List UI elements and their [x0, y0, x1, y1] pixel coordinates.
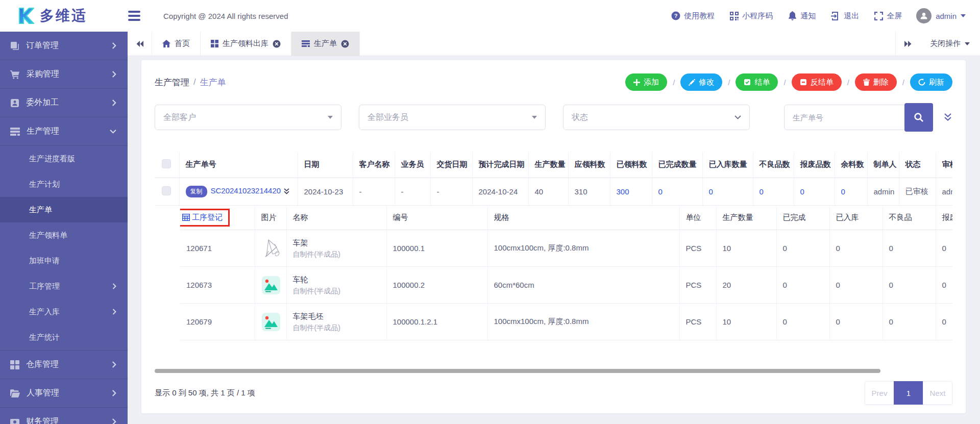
list-rows-icon: [10, 128, 20, 136]
prev-page-button[interactable]: Prev: [865, 381, 894, 405]
subtable-row: 120679: [180, 304, 952, 340]
folder-open-icon: [10, 389, 20, 397]
copy-badge[interactable]: 复制: [186, 186, 207, 197]
chevron-down-icon: [110, 129, 116, 134]
grid-icon: [211, 40, 218, 47]
defective-qty-link[interactable]: 0: [753, 178, 794, 205]
sidebar-item-finance-mgmt[interactable]: 财务管理: [0, 408, 128, 424]
search-button[interactable]: [904, 103, 933, 132]
chevron-right-icon: [112, 361, 116, 368]
chevron-right-icon: [112, 309, 116, 315]
image-placeholder-icon[interactable]: [261, 312, 280, 332]
fullscreen-link[interactable]: 全屏: [874, 11, 902, 21]
qrcode-icon: [730, 12, 739, 20]
logo-text: 多维适: [40, 6, 87, 26]
add-button[interactable]: 添加: [625, 73, 667, 91]
caret-down-icon: [532, 116, 537, 119]
refresh-button[interactable]: 刷新: [910, 73, 952, 91]
order-no-input[interactable]: [784, 105, 906, 130]
cart-icon: [10, 70, 20, 79]
process-register-link[interactable]: 工序登记: [182, 213, 223, 222]
chevron-right-icon: [112, 418, 116, 424]
reverse-close-order-button[interactable]: 反结单: [792, 73, 842, 91]
chevron-down-icon: [734, 115, 741, 119]
menu-toggle-button[interactable]: [127, 10, 142, 22]
close-tab-icon[interactable]: [341, 40, 349, 48]
money-icon: [10, 417, 19, 424]
table-footer: 显示 0 到 50 项, 共 1 页 / 1 项 Prev 1 Next: [155, 381, 952, 405]
top-header: 多维适 Copyright @ 2024 All rights reserved…: [0, 0, 980, 32]
sidebar-item-production-mgmt[interactable]: 生产管理: [0, 117, 128, 146]
chevron-down-icon: [965, 42, 970, 45]
chevron-right-icon: [112, 390, 116, 396]
breadcrumb-current: 生产单: [200, 77, 226, 88]
table-header-row: 生产单号 日期 客户名称 业务员 交货日期 预计完成日期 生产数量 应领料数 已…: [155, 152, 952, 178]
status-select[interactable]: 状态: [563, 105, 750, 130]
expand-row-icon[interactable]: [283, 188, 290, 194]
product-image-sketch[interactable]: [261, 237, 280, 260]
sidebar-item-production-instock[interactable]: 生产入库: [0, 299, 128, 325]
sidebar-item-purchase-mgmt[interactable]: 采购管理: [0, 60, 128, 89]
grid-icon: [10, 360, 19, 369]
sidebar-item-order-mgmt[interactable]: 订单管理: [0, 32, 128, 60]
horizontal-scrollbar-track: [155, 369, 952, 373]
scrapped-qty-link[interactable]: 0: [794, 178, 835, 205]
page-1-button[interactable]: 1: [894, 381, 923, 405]
row-checkbox[interactable]: [162, 186, 171, 195]
breadcrumb: 生产管理 / 生产单: [155, 77, 226, 88]
list-rows-icon: [302, 40, 310, 47]
tabs-scroll-left-button[interactable]: [128, 32, 152, 56]
collapse-filters-button[interactable]: [943, 113, 952, 121]
tab-material-outbound[interactable]: 生产领料出库: [201, 32, 291, 56]
caret-down-icon: [328, 116, 333, 119]
chevron-right-icon: [112, 71, 116, 78]
chevron-right-icon: [112, 99, 116, 106]
sidebar-item-production-plan[interactable]: 生产计划: [0, 171, 128, 197]
pagination: Prev 1 Next: [865, 381, 952, 405]
miniprogram-link[interactable]: 小程序码: [730, 11, 773, 21]
order-no-link[interactable]: SC20241023214420: [211, 186, 281, 195]
sidebar-item-material-requisition[interactable]: 生产领料单: [0, 222, 128, 248]
salesman-select[interactable]: 全部业务员: [359, 105, 546, 130]
sidebar-item-hr-mgmt[interactable]: 人事管理: [0, 379, 128, 408]
sidebar-item-outsourcing[interactable]: 委外加工: [0, 89, 128, 117]
stored-qty-link[interactable]: 0: [702, 178, 753, 205]
sidebar-item-overtime-application[interactable]: 加班申请: [0, 248, 128, 273]
logout-link[interactable]: 退出: [831, 11, 859, 21]
sidebar-item-production-stats[interactable]: 生产统计: [0, 325, 128, 350]
tab-bar: 首页 生产领料出库 生产单: [128, 32, 980, 56]
logo-k-icon: [15, 7, 36, 25]
app-logo[interactable]: 多维适: [0, 6, 118, 26]
sidebar: 订单管理 采购管理 委外加工: [0, 32, 128, 424]
completed-qty-link[interactable]: 0: [652, 178, 702, 205]
close-order-button[interactable]: 结单: [736, 73, 778, 91]
tab-production-order[interactable]: 生产单: [291, 32, 360, 56]
sidebar-item-production-board[interactable]: 生产进度看版: [0, 146, 128, 171]
image-placeholder-icon[interactable]: [261, 276, 280, 295]
customer-select[interactable]: 全部客户: [155, 105, 341, 130]
next-page-button[interactable]: Next: [923, 381, 952, 405]
user-menu[interactable]: admin: [916, 8, 966, 23]
sidebar-item-warehouse-mgmt[interactable]: 仓库管理: [0, 351, 128, 379]
surplus-qty-link[interactable]: 0: [835, 178, 867, 205]
breadcrumb-parent[interactable]: 生产管理: [155, 77, 189, 88]
filter-bar: 全部客户 全部业务员 状态: [155, 103, 952, 132]
sidebar-item-process-mgmt[interactable]: 工序管理: [0, 273, 128, 299]
tabbar-spacer: [360, 32, 895, 56]
close-operations-dropdown[interactable]: 关闭操作: [920, 32, 980, 56]
select-all-checkbox[interactable]: [162, 159, 171, 168]
delete-button[interactable]: 删除: [855, 73, 897, 91]
orders-table-wrap: 生产单号 日期 客户名称 业务员 交货日期 预计完成日期 生产数量 应领料数 已…: [155, 152, 952, 340]
tabs-scroll-right-button[interactable]: [895, 32, 920, 56]
production-submenu: 生产进度看版 生产计划 生产单 生产领料单 加班申请 工序管理 生产入库 生产统…: [0, 146, 128, 351]
close-tab-icon[interactable]: [273, 40, 281, 48]
help-link[interactable]: ? 使用教程: [671, 11, 715, 21]
sidebar-item-production-order[interactable]: 生产单: [0, 197, 128, 222]
notifications-link[interactable]: 通知: [788, 11, 816, 21]
content-area: 首页 生产领料出库 生产单: [128, 32, 980, 424]
bell-icon: [788, 11, 797, 20]
edit-button[interactable]: 修改: [680, 73, 722, 91]
tab-home[interactable]: 首页: [152, 32, 201, 56]
horizontal-scrollbar-thumb[interactable]: [155, 369, 880, 373]
picked-qty-link[interactable]: 300: [610, 178, 652, 205]
